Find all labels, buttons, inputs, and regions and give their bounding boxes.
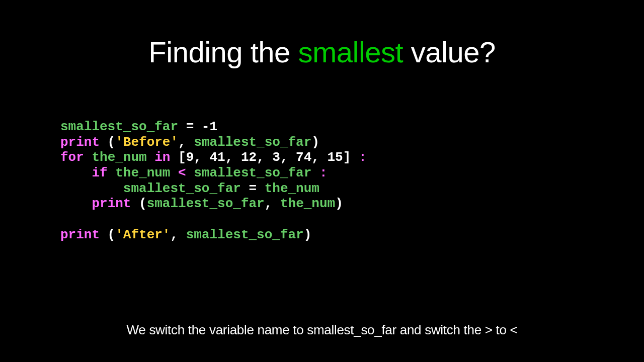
code-paren: ( [100,227,115,242]
code-var: the_num [115,165,170,180]
code-string: 'After' [115,227,170,242]
code-var: the_num [92,150,146,165]
code-paren: ( [100,135,115,150]
slide-title: Finding the smallest value? [0,35,644,69]
slide-container: Finding the smallest value? smallest_so_… [0,0,644,362]
code-indent [60,181,123,196]
code-var: smallest_so_far [194,135,311,150]
title-post: value? [403,36,496,68]
code-var: the_num [280,196,335,211]
code-string: 'Before' [115,135,178,150]
code-comma: , [178,135,194,150]
code-colon: : [311,165,327,180]
code-eq: = [241,181,265,196]
footer-note: We switch the variable name to smallest_… [0,322,644,338]
code-if: if [92,165,115,180]
code-colon: : [351,150,366,165]
code-block: smallest_so_far = -1 print ('Before', sm… [0,119,644,242]
code-paren: ) [304,227,312,242]
code-op: < [170,165,194,180]
code-paren: ) [311,135,319,150]
code-var: the_num [265,181,319,196]
code-print: print [92,196,131,211]
code-print: print [60,135,100,150]
code-paren: ) [335,196,343,211]
title-highlight: smallest [298,36,403,68]
code-var: smallest_so_far [123,181,241,196]
code-for: for [60,150,92,165]
code-indent [60,196,92,211]
code-var: smallest_so_far [194,165,311,180]
code-comma: , [170,227,186,242]
code-print: print [60,227,100,242]
code-in: in [147,150,178,165]
code-paren: ( [131,196,146,211]
code-comma: , [265,196,280,211]
code-assign: = -1 [178,119,217,134]
title-pre: Finding the [148,36,298,68]
code-var: smallest_so_far [186,227,304,242]
code-var: smallest_so_far [60,119,178,134]
code-indent [60,165,92,180]
code-var: smallest_so_far [147,196,265,211]
code-list: [9, 41, 12, 3, 74, 15] [178,150,351,165]
